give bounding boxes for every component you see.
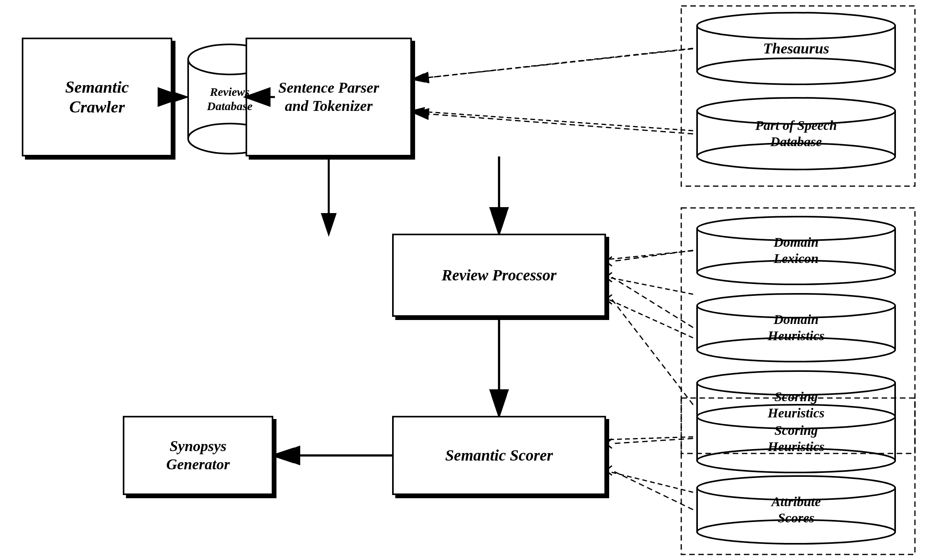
domain-heuristics-cylinder: Domain Heuristics bbox=[693, 293, 899, 362]
svg-line-11 bbox=[608, 299, 693, 338]
svg-line-51 bbox=[612, 470, 693, 510]
semantic-crawler-label: Semantic Crawler bbox=[65, 77, 129, 117]
svg-point-19 bbox=[697, 58, 895, 84]
part-of-speech-cylinder: Part of Speech Database bbox=[693, 97, 899, 170]
synopsys-generator-label: Synopsys Generator bbox=[166, 437, 230, 473]
svg-point-18 bbox=[697, 13, 895, 39]
svg-line-13 bbox=[608, 471, 693, 492]
attribute-scores-label: Attribute Scores bbox=[772, 494, 821, 525]
semantic-scorer-box: Semantic Scorer bbox=[392, 416, 606, 495]
domain-heuristics-label: Domain Heuristics bbox=[768, 312, 825, 343]
sentence-parser-label: Sentence Parser and Tokenizer bbox=[278, 79, 379, 115]
domain-lexicon-label: Domain Lexicon bbox=[774, 235, 818, 266]
part-of-speech-label: Part of Speech Database bbox=[755, 118, 837, 149]
domain-lexicon-cylinder: Domain Lexicon bbox=[693, 216, 899, 285]
semantic-crawler-box: Semantic Crawler bbox=[22, 38, 172, 156]
scoring-heuristics-2-label: Scoring Heuristics bbox=[768, 423, 825, 454]
synopsys-generator-box: Synopsys Generator bbox=[123, 416, 273, 495]
svg-line-46 bbox=[414, 113, 693, 134]
svg-line-49 bbox=[612, 299, 693, 405]
svg-line-47 bbox=[612, 250, 693, 261]
svg-line-45 bbox=[414, 49, 693, 79]
review-processor-label: Review Processor bbox=[442, 266, 556, 285]
svg-line-48 bbox=[612, 277, 693, 328]
reviews-database-label: Reviews Database bbox=[207, 85, 253, 112]
review-processor-box: Review Processor bbox=[392, 234, 606, 317]
scoring-heuristics-1-label: Scoring Heuristics bbox=[768, 389, 825, 420]
thesaurus-cylinder: Thesaurus bbox=[693, 12, 899, 85]
svg-line-8 bbox=[413, 111, 693, 131]
svg-line-10 bbox=[608, 277, 693, 294]
sentence-parser-box: Sentence Parser and Tokenizer bbox=[246, 38, 412, 156]
semantic-scorer-label: Semantic Scorer bbox=[445, 446, 553, 465]
svg-line-7 bbox=[413, 48, 693, 79]
thesaurus-label: Thesaurus bbox=[763, 40, 829, 57]
svg-line-12 bbox=[608, 437, 693, 440]
attribute-scores-cylinder: Attribute Scores bbox=[693, 475, 899, 545]
svg-line-50 bbox=[612, 438, 693, 444]
svg-line-9 bbox=[608, 251, 693, 259]
